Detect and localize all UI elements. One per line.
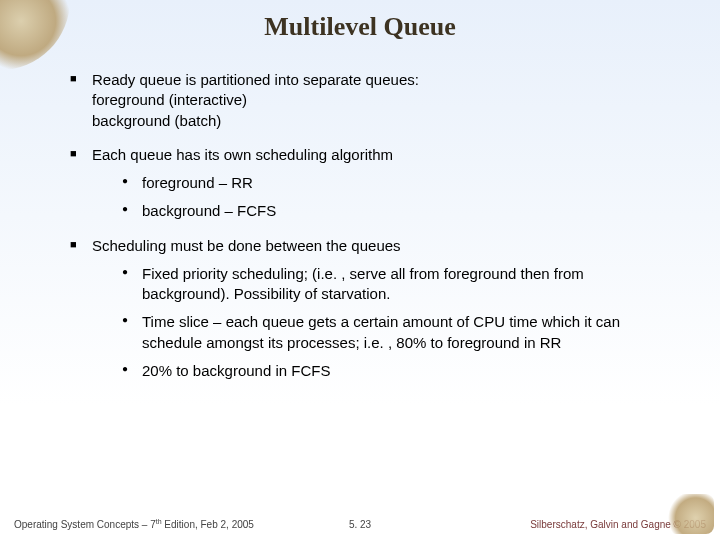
slide-content: Ready queue is partitioned into separate… — [0, 42, 720, 381]
bullet-text: Scheduling must be done between the queu… — [92, 237, 401, 254]
dinosaur-decoration-bottom-right — [668, 494, 714, 534]
slide: Multilevel Queue Ready queue is partitio… — [0, 0, 720, 540]
bullet-level2: background – FCFS — [122, 201, 670, 221]
footer-left-suffix: Edition, Feb 2, 2005 — [162, 519, 254, 530]
footer-left: Operating System Concepts – 7th Edition,… — [14, 518, 254, 530]
bullet-subtext: foreground (interactive) — [92, 90, 670, 110]
slide-title: Multilevel Queue — [0, 0, 720, 42]
footer-center: 5. 23 — [349, 519, 371, 530]
bullet-level2: 20% to background in FCFS — [122, 361, 670, 381]
footer-left-prefix: Operating System Concepts – 7 — [14, 519, 156, 530]
slide-footer: Operating System Concepts – 7th Edition,… — [0, 518, 720, 530]
bullet-level2: foreground – RR — [122, 173, 670, 193]
bullet-level1: Scheduling must be done between the queu… — [70, 236, 670, 382]
bullet-level1: Ready queue is partitioned into separate… — [70, 70, 670, 131]
bullet-text: Each queue has its own scheduling algori… — [92, 146, 393, 163]
bullet-subtext: background (batch) — [92, 111, 670, 131]
bullet-level2: Time slice – each queue gets a certain a… — [122, 312, 670, 353]
bullet-text: Ready queue is partitioned into separate… — [92, 71, 419, 88]
bullet-level1: Each queue has its own scheduling algori… — [70, 145, 670, 222]
bullet-level2: Fixed priority scheduling; (i.e. , serve… — [122, 264, 670, 305]
